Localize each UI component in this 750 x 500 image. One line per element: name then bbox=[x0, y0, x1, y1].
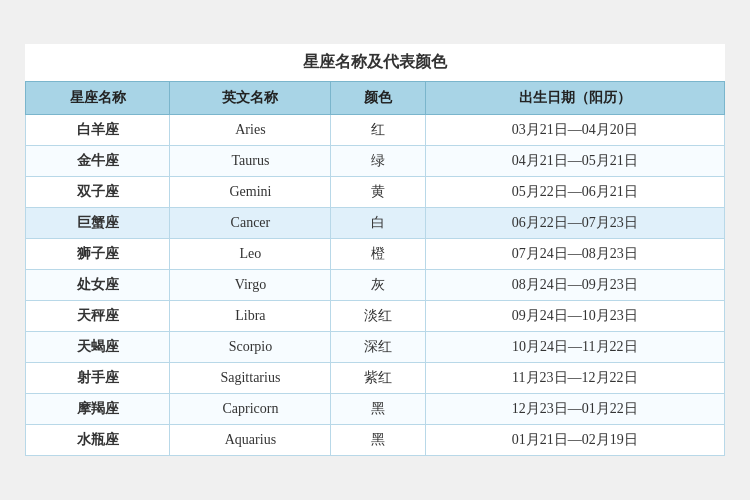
col-header-name: 星座名称 bbox=[26, 82, 170, 115]
zodiac-name: 金牛座 bbox=[26, 146, 170, 177]
zodiac-color: 红 bbox=[331, 115, 425, 146]
table-row: 白羊座Aries红03月21日—04月20日 bbox=[26, 115, 725, 146]
zodiac-english: Cancer bbox=[170, 208, 331, 239]
zodiac-name: 射手座 bbox=[26, 363, 170, 394]
table-header-row: 星座名称 英文名称 颜色 出生日期（阳历） bbox=[26, 82, 725, 115]
zodiac-color: 淡红 bbox=[331, 301, 425, 332]
zodiac-english: Capricorn bbox=[170, 394, 331, 425]
zodiac-dates: 09月24日—10月23日 bbox=[425, 301, 724, 332]
table-row: 处女座Virgo灰08月24日—09月23日 bbox=[26, 270, 725, 301]
zodiac-color: 紫红 bbox=[331, 363, 425, 394]
col-header-color: 颜色 bbox=[331, 82, 425, 115]
zodiac-color: 绿 bbox=[331, 146, 425, 177]
zodiac-english: Scorpio bbox=[170, 332, 331, 363]
zodiac-name: 摩羯座 bbox=[26, 394, 170, 425]
zodiac-english: Aries bbox=[170, 115, 331, 146]
table-row: 巨蟹座Cancer白06月22日—07月23日 bbox=[26, 208, 725, 239]
zodiac-dates: 03月21日—04月20日 bbox=[425, 115, 724, 146]
zodiac-color: 黑 bbox=[331, 425, 425, 456]
zodiac-color: 黄 bbox=[331, 177, 425, 208]
table-row: 射手座Sagittarius紫红11月23日—12月22日 bbox=[26, 363, 725, 394]
table-row: 双子座Gemini黄05月22日—06月21日 bbox=[26, 177, 725, 208]
zodiac-english: Leo bbox=[170, 239, 331, 270]
zodiac-name: 处女座 bbox=[26, 270, 170, 301]
zodiac-table: 星座名称 英文名称 颜色 出生日期（阳历） 白羊座Aries红03月21日—04… bbox=[25, 81, 725, 456]
zodiac-english: Libra bbox=[170, 301, 331, 332]
zodiac-dates: 08月24日—09月23日 bbox=[425, 270, 724, 301]
main-container: 星座名称及代表颜色 星座名称 英文名称 颜色 出生日期（阳历） 白羊座Aries… bbox=[25, 44, 725, 456]
zodiac-dates: 07月24日—08月23日 bbox=[425, 239, 724, 270]
zodiac-color: 黑 bbox=[331, 394, 425, 425]
zodiac-color: 白 bbox=[331, 208, 425, 239]
zodiac-dates: 11月23日—12月22日 bbox=[425, 363, 724, 394]
zodiac-dates: 01月21日—02月19日 bbox=[425, 425, 724, 456]
zodiac-name: 狮子座 bbox=[26, 239, 170, 270]
zodiac-english: Virgo bbox=[170, 270, 331, 301]
zodiac-name: 巨蟹座 bbox=[26, 208, 170, 239]
zodiac-name: 双子座 bbox=[26, 177, 170, 208]
zodiac-dates: 10月24日—11月22日 bbox=[425, 332, 724, 363]
zodiac-name: 天秤座 bbox=[26, 301, 170, 332]
table-row: 摩羯座Capricorn黑12月23日—01月22日 bbox=[26, 394, 725, 425]
zodiac-name: 白羊座 bbox=[26, 115, 170, 146]
table-row: 金牛座Taurus绿04月21日—05月21日 bbox=[26, 146, 725, 177]
table-row: 天秤座Libra淡红09月24日—10月23日 bbox=[26, 301, 725, 332]
zodiac-dates: 06月22日—07月23日 bbox=[425, 208, 724, 239]
table-row: 天蝎座Scorpio深红10月24日—11月22日 bbox=[26, 332, 725, 363]
zodiac-english: Aquarius bbox=[170, 425, 331, 456]
col-header-english: 英文名称 bbox=[170, 82, 331, 115]
zodiac-dates: 05月22日—06月21日 bbox=[425, 177, 724, 208]
zodiac-dates: 12月23日—01月22日 bbox=[425, 394, 724, 425]
table-row: 狮子座Leo橙07月24日—08月23日 bbox=[26, 239, 725, 270]
table-row: 水瓶座Aquarius黑01月21日—02月19日 bbox=[26, 425, 725, 456]
zodiac-name: 水瓶座 bbox=[26, 425, 170, 456]
zodiac-name: 天蝎座 bbox=[26, 332, 170, 363]
zodiac-english: Taurus bbox=[170, 146, 331, 177]
zodiac-color: 灰 bbox=[331, 270, 425, 301]
zodiac-color: 橙 bbox=[331, 239, 425, 270]
col-header-dates: 出生日期（阳历） bbox=[425, 82, 724, 115]
zodiac-english: Sagittarius bbox=[170, 363, 331, 394]
page-title: 星座名称及代表颜色 bbox=[25, 44, 725, 81]
zodiac-color: 深红 bbox=[331, 332, 425, 363]
zodiac-dates: 04月21日—05月21日 bbox=[425, 146, 724, 177]
zodiac-english: Gemini bbox=[170, 177, 331, 208]
